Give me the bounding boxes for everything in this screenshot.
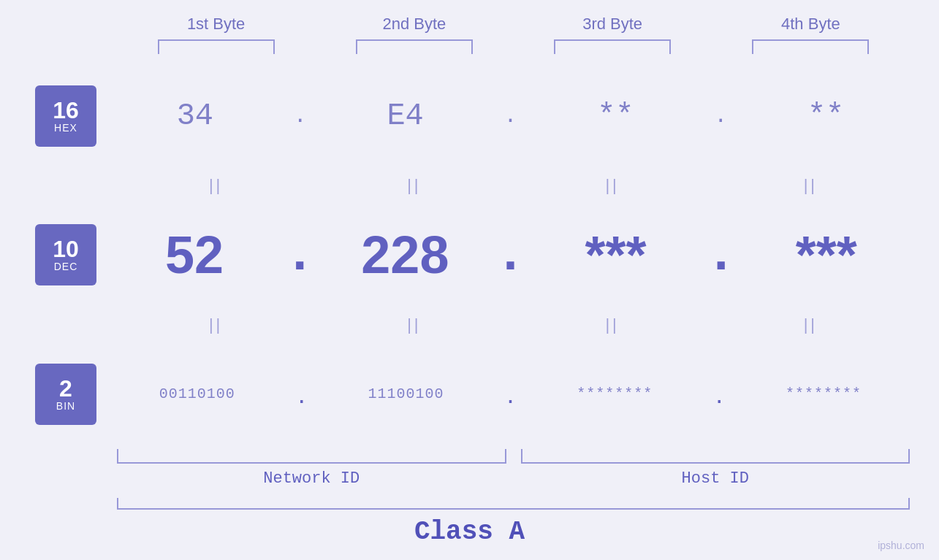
host-bottom-bracket: [521, 449, 911, 464]
hex-dot1: .: [294, 104, 307, 129]
bin-byte2-cell: 11100100: [305, 386, 507, 402]
bin-dot2: .: [506, 379, 514, 410]
bin-base-number: 2: [59, 377, 72, 400]
dec-byte3-cell: ***: [518, 225, 714, 285]
sep-cell-2d: ||: [712, 315, 910, 334]
dec-dot1: .: [292, 225, 307, 285]
hex-base-name: HEX: [54, 122, 77, 134]
dec-row: 10 DEC 52 . 228 . *** . ***: [0, 200, 939, 310]
bracket-3: [554, 39, 671, 54]
class-outer-bracket: [117, 498, 910, 510]
class-label: Class A: [414, 517, 525, 547]
main-container: 1st Byte 2nd Byte 3rd Byte 4th Byte 16 H…: [0, 0, 939, 560]
bin-dot3: .: [715, 379, 723, 410]
network-bottom-bracket: [117, 449, 506, 464]
class-bracket-row: [117, 498, 910, 517]
bin-byte4-value: ********: [786, 386, 862, 402]
dec-dot2: .: [503, 225, 517, 285]
bottom-brackets: [117, 449, 910, 464]
dec-base-number: 10: [53, 237, 79, 261]
sep-cell-2b: ||: [315, 315, 513, 334]
byte-headers: 1st Byte 2nd Byte 3rd Byte 4th Byte: [117, 15, 910, 34]
hex-byte1-cell: 34: [96, 99, 294, 134]
bracket-cell-4: [712, 39, 910, 54]
byte4-header: 4th Byte: [712, 15, 910, 34]
sep-row-2: || || || ||: [117, 310, 910, 340]
hex-byte2-cell: E4: [307, 99, 504, 134]
hex-row: 16 HEX 34 . E4 . ** . **: [0, 61, 939, 171]
hex-base-number: 16: [53, 99, 79, 122]
dec-dot3: .: [714, 225, 729, 285]
dec-base-label: 10 DEC: [35, 224, 96, 285]
watermark: ipshu.com: [878, 540, 924, 551]
dec-byte4-cell: ***: [729, 225, 924, 285]
dec-byte1-cell: 52: [96, 225, 292, 285]
hex-data-cells: 34 . E4 . ** . **: [96, 99, 924, 134]
bin-row: 2 BIN 00110100 . 11100100 . ******** . *…: [0, 340, 939, 449]
dec-byte1-value: 52: [165, 225, 224, 285]
bracket-2: [356, 39, 473, 54]
sep-cell-1b: ||: [315, 176, 513, 195]
bracket-cell-2: [315, 39, 513, 54]
sep-row-1: || || || ||: [117, 171, 910, 200]
hex-byte2-value: E4: [387, 99, 423, 134]
hex-base-label: 16 HEX: [35, 85, 96, 147]
hex-dot3: .: [714, 104, 727, 129]
bracket-1: [158, 39, 275, 54]
bin-data-cells: 00110100 . 11100100 . ******** . *******…: [96, 379, 924, 410]
hex-byte4-cell: **: [727, 99, 924, 134]
bracket-cell-3: [514, 39, 712, 54]
bottom-labels: Network ID Host ID: [117, 469, 910, 488]
dec-data-cells: 52 . 228 . *** . ***: [96, 225, 924, 285]
bracket-4: [752, 39, 869, 54]
byte1-header: 1st Byte: [117, 15, 315, 34]
host-id-label: Host ID: [521, 469, 911, 488]
bracket-cell-1: [117, 39, 315, 54]
sep-cell-1c: ||: [514, 176, 712, 195]
hex-byte3-cell: **: [517, 99, 715, 134]
byte2-header: 2nd Byte: [315, 15, 513, 34]
sep-cell-2a: ||: [117, 315, 315, 334]
hex-byte3-value: **: [597, 99, 634, 134]
top-brackets: [117, 39, 910, 54]
hex-byte4-value: **: [807, 99, 844, 134]
bin-byte3-value: ********: [577, 386, 653, 402]
bin-dot1: .: [298, 379, 305, 410]
network-id-label: Network ID: [117, 469, 506, 488]
bin-base-label: 2 BIN: [35, 364, 96, 425]
dec-byte2-cell: 228: [307, 225, 503, 285]
class-label-row: Class A: [0, 517, 939, 547]
sep-cell-2c: ||: [514, 315, 712, 334]
dec-base-name: DEC: [54, 261, 78, 272]
sep-cell-1d: ||: [712, 176, 910, 195]
hex-dot2: .: [503, 104, 517, 129]
bin-byte3-cell: ********: [514, 386, 716, 402]
hex-byte1-value: 34: [177, 99, 213, 134]
bin-byte1-value: 00110100: [159, 386, 235, 402]
dec-byte3-value: ***: [585, 225, 647, 285]
bin-byte4-cell: ********: [723, 386, 924, 402]
byte3-header: 3rd Byte: [514, 15, 712, 34]
bin-byte2-value: 11100100: [368, 386, 444, 402]
bin-byte1-cell: 00110100: [96, 386, 298, 402]
sep-cell-1a: ||: [117, 176, 315, 195]
bottom-section: Network ID Host ID: [117, 449, 910, 498]
dec-byte2-value: 228: [361, 225, 449, 285]
dec-byte4-value: ***: [796, 225, 857, 285]
bin-base-name: BIN: [56, 400, 75, 412]
